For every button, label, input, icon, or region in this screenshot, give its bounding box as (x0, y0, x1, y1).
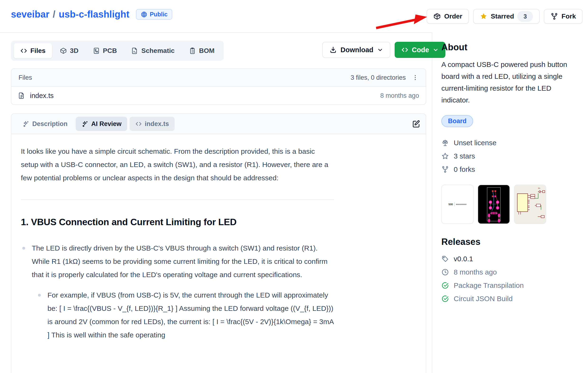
tab-pcb[interactable]: PCB (86, 43, 123, 58)
tab-3d[interactable]: 3D (53, 43, 85, 58)
package-icon (433, 13, 441, 20)
check-circle-icon (441, 295, 449, 302)
releases-section: Releases v0.0.1 8 months ago Package Tra… (441, 237, 574, 305)
owner-link[interactable]: seveibar (11, 9, 49, 20)
tab-files-label: Files (30, 47, 46, 55)
tag-icon (441, 255, 449, 263)
globe-icon (141, 11, 147, 18)
sparkles-icon (81, 120, 88, 127)
order-button[interactable]: Order (427, 9, 469, 24)
chevron-down-icon (433, 47, 439, 53)
clock-icon (441, 268, 449, 276)
breadcrumb: seveibar / usb-c-flashlight Public (11, 9, 172, 20)
tab-schematic[interactable]: Schematic (125, 43, 181, 58)
review-intro: It looks like you have a simple circuit … (21, 145, 334, 185)
kebab-menu-icon[interactable] (412, 74, 419, 81)
file-updated: 8 months ago (380, 92, 419, 99)
breadcrumb-separator: / (53, 9, 55, 20)
code-button-label: Code (412, 46, 429, 54)
pcb-preview-image (478, 185, 509, 224)
repo-meta: Unset license 3 stars 0 forks (441, 136, 574, 176)
viewer-tab-index-ts[interactable]: index.ts (130, 117, 175, 131)
schematic-file-icon (131, 47, 138, 54)
toolbar-actions: Download Code (322, 42, 445, 58)
code-icon (135, 121, 142, 127)
fork-button[interactable]: Fork (544, 9, 583, 24)
viewer-tab-ai-review[interactable]: AI Review (76, 117, 127, 131)
release-version-row[interactable]: v0.0.1 (441, 252, 574, 266)
sparkles-icon (22, 120, 29, 127)
release-check-transpilation: Package Transpilation (441, 279, 574, 292)
pcb-icon (93, 47, 100, 54)
chevron-down-icon (377, 47, 383, 53)
star-icon (480, 13, 487, 20)
release-check-label: Circuit JSON Build (454, 295, 513, 303)
star-outline-icon (441, 152, 449, 160)
schematic-preview-image: R1 (514, 185, 546, 224)
file-name: index.ts (30, 92, 54, 100)
pencil-square-icon (412, 120, 420, 128)
files-panel: Files 3 files, 0 directories index.ts 8 … (11, 68, 426, 105)
review-bullet: The LED is directly driven by the USB-C'… (32, 242, 334, 342)
stars-row[interactable]: 3 stars (441, 149, 574, 163)
download-button-label: Download (340, 46, 374, 54)
ai-review-content: It looks like you have a simple circuit … (11, 134, 344, 359)
code-icon (20, 47, 27, 54)
public-badge: Public (136, 9, 172, 20)
release-age-row: 8 months ago (441, 266, 574, 279)
tab-3d-label: 3D (70, 47, 79, 55)
repo-link[interactable]: usb-c-flashlight (59, 9, 129, 20)
topic-tag-board[interactable]: Board (441, 115, 473, 127)
file-row[interactable]: index.ts 8 months ago (11, 87, 426, 104)
header-divider (0, 32, 432, 33)
viewer-tab-description[interactable]: Description (17, 117, 73, 131)
review-section-heading: 1. VBUS Connection and Current Limiting … (21, 216, 334, 228)
license-label: Unset license (454, 139, 496, 147)
thumbnail-error-code: 500 (449, 203, 453, 206)
about-title: About (441, 42, 574, 52)
fork-button-label: Fork (561, 13, 576, 20)
cube-icon (60, 47, 67, 54)
preview-thumbnails: 500 (441, 185, 574, 224)
viewer-panel: Description AI Review index.ts It looks … (11, 114, 426, 373)
viewer-tabbar: Description AI Review index.ts (11, 114, 426, 134)
starred-button[interactable]: Starred 3 (473, 9, 540, 24)
license-row: Unset license (441, 136, 574, 149)
release-check-label: Package Transpilation (454, 281, 524, 290)
forks-label: 0 forks (454, 165, 475, 174)
thumbnail-schematic-preview[interactable]: R1 (514, 185, 546, 224)
tab-schematic-label: Schematic (141, 47, 175, 55)
release-age: 8 months ago (454, 268, 497, 276)
release-check-circuit-json: Circuit JSON Build (441, 292, 574, 305)
download-icon (329, 46, 337, 54)
forks-row[interactable]: 0 forks (441, 163, 574, 176)
scale-icon (441, 139, 449, 147)
fork-icon (550, 13, 558, 20)
view-tabbar: Files 3D PCB Schematic BOM (11, 41, 224, 61)
content-divider (21, 199, 334, 200)
sidebar-divider (432, 32, 432, 373)
files-count-summary: 3 files, 0 directories (350, 74, 406, 81)
edit-button[interactable] (412, 120, 420, 128)
tab-pcb-label: PCB (103, 47, 117, 55)
thumbnail-pcb-preview[interactable] (478, 185, 510, 224)
clipboard-icon (189, 47, 196, 54)
fork-icon (441, 166, 449, 173)
viewer-tab-description-label: Description (32, 120, 68, 128)
repo-action-buttons: Order Starred 3 Fork (427, 9, 583, 24)
viewer-tab-ai-review-label: AI Review (91, 120, 122, 128)
code-button[interactable]: Code (395, 42, 446, 58)
tab-files[interactable]: Files (14, 43, 52, 58)
viewer-tab-index-ts-label: index.ts (145, 120, 169, 128)
download-button[interactable]: Download (322, 42, 390, 58)
tab-bom-label: BOM (199, 47, 214, 55)
star-count-badge: 3 (517, 11, 533, 22)
svg-text:R1: R1 (538, 187, 540, 189)
tab-bom[interactable]: BOM (182, 43, 221, 58)
sidebar: About A compact USB-C powered push butto… (441, 42, 574, 305)
thumbnail-error-text (456, 204, 466, 205)
order-button-label: Order (444, 13, 462, 20)
releases-title: Releases (441, 237, 574, 247)
thumbnail-3d-preview[interactable]: 500 (441, 185, 474, 224)
file-icon (18, 92, 25, 99)
